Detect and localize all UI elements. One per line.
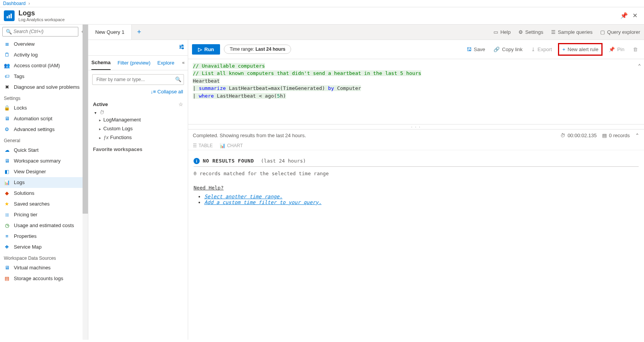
nav-item-solutions[interactable]: ◆Solutions — [0, 188, 84, 199]
svg-point-8 — [182, 48, 184, 49]
nav-item-label: Pricing tier — [14, 212, 37, 217]
no-results-detail: 0 records matched for the selected time … — [194, 171, 639, 176]
nav-item-label: View Designer — [14, 169, 46, 174]
nav-item-label: Saved searches — [14, 201, 50, 207]
svg-rect-1 — [8, 15, 10, 18]
save-icon: 🖫 — [467, 46, 472, 52]
nav-item-saved-searches[interactable]: ★Saved searches — [0, 199, 84, 209]
schema-filter-input[interactable] — [95, 75, 175, 84]
nav-item-label: Access control (IAM) — [14, 63, 60, 68]
nav-item-logs[interactable]: 📊Logs — [0, 177, 84, 188]
schema-tab[interactable]: Schema — [91, 56, 111, 70]
export-button[interactable]: ⤓Export — [529, 45, 555, 54]
nav-item-access-control-iam-[interactable]: 👥Access control (IAM) — [0, 60, 84, 71]
splitter-handle[interactable]: · · · — [188, 125, 644, 129]
clock-icon: ⏱ — [560, 133, 565, 138]
help-button[interactable]: ▭Help — [490, 25, 515, 40]
settings-button[interactable]: ⚙Settings — [515, 25, 547, 40]
tree-item-custom-logs[interactable]: Custom Logs — [93, 124, 183, 133]
tree-item-logmanagement[interactable]: LogManagement — [93, 115, 183, 124]
nav-item-label: Automation script — [14, 116, 52, 121]
nav-item-usage-and-estimated-costs[interactable]: ◷Usage and estimated costs — [0, 220, 84, 231]
time-range-picker[interactable]: Time range: Last 24 hours — [224, 45, 291, 54]
add-time-filter-link[interactable]: Add a custom time filter to your query. — [204, 199, 321, 205]
nav-item-overview[interactable]: ≣Overview — [0, 39, 84, 50]
select-time-range-link[interactable]: Select another time range. — [204, 194, 283, 199]
nav-icon: ◆ — [4, 190, 10, 196]
filter-toggle-icon[interactable] — [179, 44, 185, 51]
nav-item-view-designer[interactable]: ◧View Designer — [0, 166, 84, 177]
copy-link-button[interactable]: 🔗Copy link — [491, 45, 525, 54]
tree-active-header[interactable]: Active ☆ — [93, 99, 183, 110]
results-view-tabs: ☰TABLE 📊CHART — [188, 141, 644, 150]
explore-tab[interactable]: Explore — [157, 56, 174, 70]
query-explorer-button[interactable]: ▢Query explorer — [596, 25, 644, 40]
link-icon: 🔗 — [493, 46, 500, 52]
collapse-all-link[interactable]: ↓≡ Collapse all — [88, 89, 188, 98]
nav-item-label: Activity log — [14, 52, 38, 58]
nav-item-label: Virtual machines — [14, 265, 51, 271]
filter-tab[interactable]: Filter (preview) — [118, 56, 151, 70]
pin-button[interactable]: 📌Pin — [606, 45, 627, 54]
chart-view-tab[interactable]: 📊CHART — [220, 143, 243, 148]
nav-section-header: Workspace Data Sources — [0, 252, 84, 262]
new-alert-rule-button[interactable]: +New alert rule — [558, 43, 603, 56]
collapse-schema-icon[interactable]: « — [182, 60, 185, 65]
run-button[interactable]: ▷ Run — [192, 44, 220, 55]
query-editor[interactable]: ⌃ // Unavailable computers // List all k… — [188, 59, 644, 125]
nav-item-locks[interactable]: 🔒Locks — [0, 103, 84, 113]
nav-item-quick-start[interactable]: ☁Quick Start — [0, 145, 84, 156]
info-icon: i — [194, 158, 200, 164]
nav-item-label: Tags — [14, 73, 24, 79]
nav-item-label: Usage and estimated costs — [14, 222, 74, 228]
nav-item-workspace-summary[interactable]: 🖥Workspace summary — [0, 156, 84, 166]
save-button[interactable]: 🖫Save — [464, 45, 488, 54]
favorite-workspaces-header: Favorite workspaces — [93, 142, 183, 154]
collapse-editor-icon[interactable]: ⌃ — [638, 62, 641, 70]
schema-filter[interactable]: 🔍 — [92, 74, 184, 85]
query-tabs-bar: New Query 1 + ▭Help ⚙Settings ☰Sample qu… — [88, 25, 644, 40]
query-tab[interactable]: New Query 1 — [88, 25, 132, 40]
nav-item-storage-accounts-logs[interactable]: ▤Storage accounts logs — [0, 273, 84, 284]
logs-logo-icon — [4, 10, 15, 21]
nav-search-input[interactable] — [13, 29, 75, 34]
star-icon[interactable]: ☆ — [179, 101, 183, 107]
nav-item-service-map[interactable]: ❖Service Map — [0, 242, 84, 252]
close-icon[interactable]: ✕ — [629, 10, 640, 21]
delete-button[interactable]: 🗑 — [631, 45, 640, 54]
nav-item-activity-log[interactable]: 🗒Activity log — [0, 50, 84, 60]
nav-search[interactable]: 🔍 — [2, 27, 78, 37]
breadcrumb-item[interactable]: Dashboard — [3, 1, 26, 6]
need-help-header: Need Help? — [194, 185, 223, 191]
nav-item-tags[interactable]: 🏷Tags — [0, 71, 84, 82]
pin-icon: 📌 — [609, 46, 615, 52]
add-tab-button[interactable]: + — [132, 28, 147, 36]
results-status: Completed. Showing results from the last… — [193, 133, 306, 138]
sample-queries-button[interactable]: ☰Sample queries — [547, 25, 596, 40]
plus-icon: + — [562, 46, 565, 52]
nav-item-pricing-tier[interactable]: ⫼Pricing tier — [0, 209, 84, 220]
nav-item-properties[interactable]: ≡Properties — [0, 231, 84, 242]
nav-item-label: Logs — [14, 179, 25, 185]
nav-icon: ⚙ — [4, 126, 10, 133]
nav-item-label: Service Map — [14, 244, 41, 250]
gear-icon: ⚙ — [518, 29, 523, 35]
tree-item-functions[interactable]: ƒxFunctions — [93, 133, 183, 142]
query-duration: 00:00:02.135 — [568, 133, 597, 138]
nav-item-diagnose-and-solve-problems[interactable]: ✖Diagnose and solve problems — [0, 82, 84, 93]
left-nav: 🔍 « ≣Overview🗒Activity log👥Access contro… — [0, 25, 88, 340]
expand-results-icon[interactable]: ⌃ — [635, 133, 639, 138]
nav-item-advanced-settings[interactable]: ⚙Advanced settings — [0, 124, 84, 135]
nav-icon: ☁ — [4, 147, 10, 153]
table-view-tab[interactable]: ☰TABLE — [193, 143, 213, 148]
pin-icon[interactable]: 📌 — [619, 10, 629, 21]
nav-item-label: Overview — [14, 41, 35, 47]
nav-icon: 🖥 — [4, 116, 10, 122]
chevron-down-icon[interactable]: ▾ — [94, 111, 96, 115]
nav-item-virtual-machines[interactable]: 🖥Virtual machines — [0, 262, 84, 273]
record-count: 0 records — [609, 133, 630, 138]
nav-item-automation-script[interactable]: 🖥Automation script — [0, 113, 84, 124]
nav-icon: ✖ — [4, 84, 10, 90]
scrollbar-thumb[interactable] — [83, 25, 88, 214]
nav-item-label: Properties — [14, 233, 36, 239]
